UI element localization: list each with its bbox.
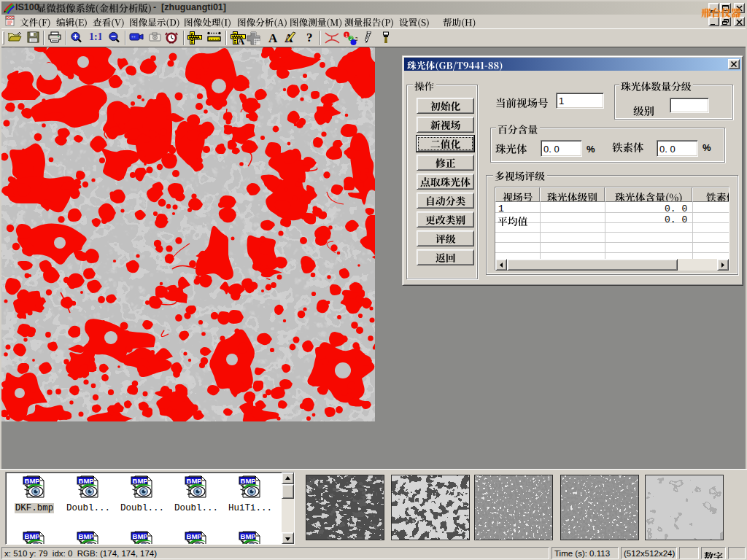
svg-text:BMP: BMP (241, 532, 257, 540)
svg-text:BMP: BMP (79, 532, 95, 540)
svg-text:BMP: BMP (187, 532, 203, 540)
svg-text:BMP: BMP (133, 477, 149, 485)
svg-text:BMP: BMP (79, 477, 95, 485)
svg-text:BMP: BMP (25, 477, 41, 485)
svg-text:A: A (238, 36, 245, 45)
svg-text:?: ? (306, 31, 313, 43)
svg-text:1:1: 1:1 (89, 31, 101, 42)
svg-text:BMP: BMP (133, 532, 149, 540)
svg-text:BMP: BMP (25, 532, 41, 540)
svg-text:3: 3 (355, 36, 357, 42)
svg-text:1: 1 (345, 33, 348, 38)
svg-text:A: A (268, 31, 278, 43)
svg-text:BMP: BMP (241, 477, 257, 485)
svg-text:DOC: DOC (7, 15, 15, 20)
svg-text:BMP: BMP (187, 477, 203, 485)
